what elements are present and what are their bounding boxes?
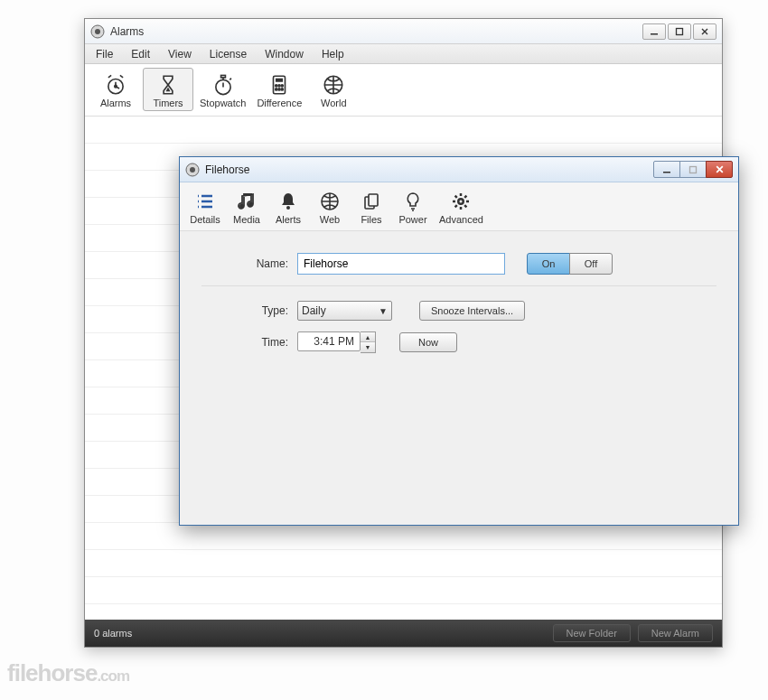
- time-spinner: ▲ ▼: [361, 331, 376, 353]
- tab-label: Power: [398, 214, 426, 225]
- on-button[interactable]: On: [527, 253, 570, 275]
- globe-icon: [322, 72, 345, 98]
- menu-view[interactable]: View: [161, 46, 199, 62]
- toolbar-label: World: [321, 98, 347, 108]
- toolbar-label: Alarms: [100, 98, 131, 108]
- spinner-up-button[interactable]: ▲: [361, 332, 375, 342]
- type-label: Type:: [234, 304, 288, 317]
- off-button[interactable]: Off: [569, 253, 613, 275]
- tab-advanced[interactable]: Advanced: [435, 184, 488, 229]
- menu-license[interactable]: License: [202, 46, 254, 62]
- svg-point-18: [190, 167, 195, 173]
- menu-file[interactable]: File: [89, 46, 120, 62]
- tab-label: Web: [320, 214, 340, 225]
- new-folder-button[interactable]: New Folder: [553, 624, 631, 642]
- titlebar: Alarms: [85, 19, 722, 44]
- svg-rect-7: [220, 75, 225, 77]
- toolbar-timers[interactable]: Timers: [143, 68, 193, 111]
- separator: [201, 285, 716, 286]
- toolbar-world[interactable]: World: [308, 68, 359, 111]
- time-label: Time:: [234, 336, 288, 349]
- type-select[interactable]: Daily ▼: [297, 301, 392, 321]
- tab-label: Files: [361, 214, 381, 225]
- snooze-button[interactable]: Snooze Intervals...: [419, 301, 525, 321]
- statusbar: 0 alarms New Folder New Alarm: [85, 620, 722, 647]
- list-row[interactable]: [85, 550, 722, 577]
- new-alarm-button[interactable]: New Alarm: [638, 624, 713, 642]
- svg-rect-9: [276, 79, 283, 82]
- app-icon: [90, 24, 105, 39]
- dialog-title: Filehorse: [205, 163, 249, 176]
- dialog-body: Name: On Off Type: Daily ▼ Snooze Interv…: [180, 231, 738, 373]
- svg-point-13: [276, 89, 277, 90]
- watermark: filehorse.com: [7, 659, 129, 687]
- menu-help[interactable]: Help: [314, 46, 351, 62]
- name-input[interactable]: [297, 253, 505, 275]
- menu-window[interactable]: Window: [258, 46, 311, 62]
- globe-icon: [319, 189, 341, 214]
- svg-rect-2: [651, 33, 658, 35]
- music-note-icon: [236, 189, 258, 214]
- tab-label: Alerts: [276, 214, 301, 225]
- dialog-toolbar: Details Media Alerts Web Files: [180, 182, 738, 231]
- list-icon: [194, 189, 216, 214]
- svg-point-11: [278, 85, 280, 87]
- minimize-button[interactable]: [642, 23, 666, 40]
- list-row[interactable]: [85, 117, 722, 144]
- tab-alerts[interactable]: Alerts: [268, 184, 308, 229]
- svg-point-5: [115, 85, 117, 87]
- toolbar-stopwatch[interactable]: Stopwatch: [195, 68, 250, 111]
- svg-point-21: [239, 204, 244, 209]
- chevron-down-icon: ▼: [379, 306, 388, 316]
- svg-point-23: [286, 206, 290, 210]
- list-row[interactable]: [85, 577, 722, 604]
- svg-rect-19: [663, 172, 670, 173]
- svg-point-15: [282, 89, 284, 90]
- tab-power[interactable]: Power: [393, 184, 433, 229]
- bulb-icon: [402, 189, 424, 214]
- maximize-button[interactable]: [668, 23, 691, 40]
- svg-point-10: [276, 85, 277, 87]
- tab-label: Media: [233, 214, 260, 225]
- time-value: 3:41 PM: [314, 335, 354, 348]
- toolbar-label: Stopwatch: [200, 98, 246, 108]
- stopwatch-icon: [211, 72, 235, 98]
- toolbar-difference[interactable]: Difference: [252, 68, 306, 111]
- svg-point-22: [248, 202, 253, 207]
- tab-label: Details: [190, 214, 220, 225]
- watermark-brand: filehorse: [7, 659, 97, 686]
- list-row[interactable]: [85, 523, 722, 550]
- toolbar-label: Timers: [153, 98, 183, 108]
- now-button[interactable]: Now: [399, 332, 457, 352]
- files-icon: [361, 189, 382, 214]
- window-title: Alarms: [110, 25, 144, 38]
- alarm-clock-icon: [104, 72, 127, 98]
- time-input[interactable]: 3:41 PM: [297, 331, 361, 351]
- name-label: Name:: [234, 257, 288, 270]
- toolbar: Alarms Timers Stopwatch Difference World: [85, 64, 722, 117]
- tab-web[interactable]: Web: [310, 184, 350, 229]
- watermark-suffix: .com: [97, 667, 129, 685]
- gear-icon: [450, 189, 472, 214]
- svg-rect-3: [677, 28, 683, 34]
- dialog-window: Filehorse Details Media Alerts: [179, 156, 739, 526]
- spinner-down-button[interactable]: ▼: [361, 342, 375, 352]
- status-count: 0 alarms: [94, 628, 132, 639]
- svg-point-12: [282, 85, 284, 87]
- app-icon: [185, 163, 200, 177]
- tab-label: Advanced: [439, 214, 483, 225]
- tab-media[interactable]: Media: [227, 184, 267, 229]
- tab-files[interactable]: Files: [351, 184, 391, 229]
- type-value: Daily: [302, 304, 326, 317]
- tab-details[interactable]: Details: [185, 184, 225, 229]
- dialog-titlebar: Filehorse: [180, 157, 738, 182]
- dialog-close-button[interactable]: [706, 161, 733, 178]
- calculator-icon: [267, 72, 291, 98]
- svg-rect-20: [690, 166, 697, 173]
- bell-icon: [277, 189, 299, 214]
- dialog-minimize-button[interactable]: [653, 161, 680, 178]
- close-button[interactable]: [693, 23, 716, 40]
- menu-edit[interactable]: Edit: [124, 46, 157, 62]
- dialog-maximize-button[interactable]: [679, 161, 707, 178]
- toolbar-alarms[interactable]: Alarms: [90, 68, 141, 111]
